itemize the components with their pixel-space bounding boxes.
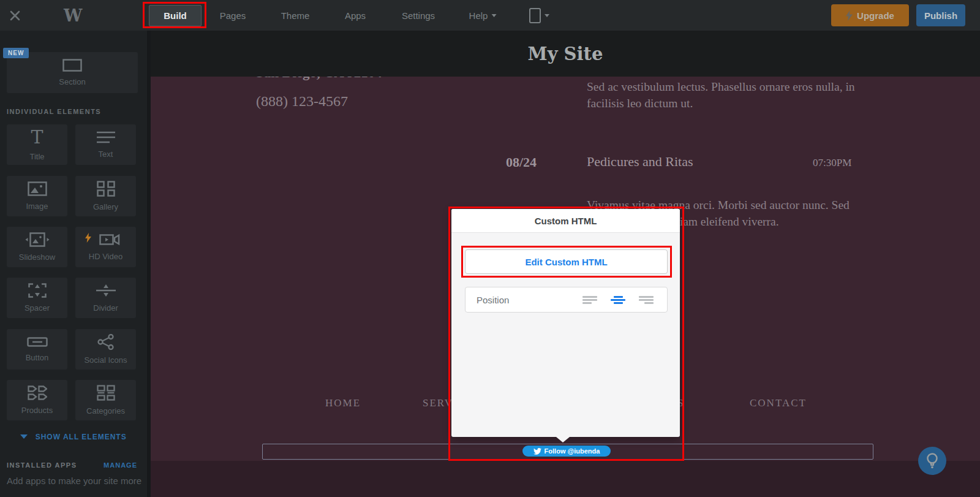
tab-settings[interactable]: Settings	[402, 0, 435, 31]
site-nav-contact[interactable]: CONTACT	[750, 397, 807, 409]
chevron-down-icon	[20, 434, 28, 439]
upgrade-button[interactable]: Upgrade	[831, 4, 909, 26]
lightbulb-icon	[925, 452, 940, 469]
element-slideshow[interactable]: Slideshow	[7, 227, 67, 267]
intro-line-2: facilisis leo dictum ut.	[587, 97, 693, 110]
categories-icon	[97, 385, 115, 401]
twitter-bird-icon	[533, 448, 541, 455]
elements-sidebar: NEW Section INDIVIDUAL ELEMENTS T Title …	[0, 31, 147, 497]
site-title: My Site	[528, 44, 603, 64]
twitter-follow-button[interactable]: Follow @iubenda	[522, 446, 611, 457]
close-editor-button[interactable]	[10, 0, 20, 31]
site-phone: (888) 123-4567	[256, 93, 348, 110]
tab-build[interactable]: Build	[149, 5, 202, 26]
custom-html-dialog: Custom HTML Edit Custom HTML Position	[451, 209, 680, 437]
manage-apps-link[interactable]: MANAGE	[104, 461, 137, 469]
dialog-title: Custom HTML	[451, 209, 680, 233]
apps-note: Add apps to make your site more	[7, 476, 141, 486]
slideshow-icon	[25, 232, 50, 247]
lightning-icon	[85, 233, 91, 243]
tab-theme[interactable]: Theme	[281, 0, 310, 31]
element-text[interactable]: Text	[75, 124, 136, 165]
tab-help[interactable]: Help	[469, 0, 497, 31]
title-icon: T	[31, 128, 43, 146]
tab-apps[interactable]: Apps	[345, 0, 366, 31]
position-control: Position	[465, 287, 668, 313]
image-icon	[28, 181, 47, 196]
chevron-down-icon	[491, 14, 496, 17]
twitter-follow-label: Follow @iubenda	[545, 447, 600, 455]
site-nav-home[interactable]: HOME	[325, 397, 361, 409]
edit-custom-html-button[interactable]: Edit Custom HTML	[465, 249, 668, 274]
event-time: 07:30PM	[813, 157, 851, 169]
button-icon	[27, 336, 48, 347]
close-icon	[10, 10, 20, 21]
products-icon	[28, 385, 47, 400]
weebly-logo[interactable]: W	[64, 0, 82, 31]
element-spacer[interactable]: Spacer	[7, 278, 67, 318]
device-preview-button[interactable]	[529, 0, 549, 31]
chevron-down-icon	[545, 14, 549, 17]
element-categories[interactable]: Categories	[75, 380, 136, 420]
element-social-icons[interactable]: Social Icons	[75, 329, 136, 370]
section-icon	[62, 59, 82, 72]
individual-elements-header: INDIVIDUAL ELEMENTS	[7, 108, 101, 115]
intro-line-1: Sed ac vestibulum lectus. Phasellus orna…	[587, 80, 855, 94]
dialog-pointer-caret	[556, 437, 570, 442]
hd-video-icon	[99, 233, 120, 246]
element-title[interactable]: T Title	[7, 124, 67, 165]
event-name: Pedicures and Ritas	[587, 154, 693, 170]
editor-toolbar: W Build Pages Theme Apps Settings Help U…	[0, 0, 980, 31]
align-center-button[interactable]	[611, 295, 625, 305]
align-right-button[interactable]	[639, 295, 654, 305]
canvas-footer-strip	[151, 461, 980, 497]
weebly-editor: San Diego, CA 92104 (888) 123-4567 Sed a…	[0, 0, 980, 497]
installed-apps-header: INSTALLED APPS	[7, 461, 77, 469]
text-icon	[96, 131, 116, 144]
body-line-2: diam eleifend viverra.	[674, 215, 779, 229]
position-label: Position	[477, 295, 582, 305]
show-all-elements-link[interactable]: SHOW ALL ELEMENTS	[0, 433, 147, 441]
element-products[interactable]: Products	[7, 380, 67, 420]
canvas-left-gap	[147, 31, 151, 497]
social-icons-icon	[97, 334, 115, 350]
gallery-icon	[97, 181, 115, 197]
publish-button[interactable]: Publish	[916, 4, 965, 26]
site-header: My Site	[151, 31, 980, 77]
help-bulb-button[interactable]	[918, 447, 946, 475]
new-badge: NEW	[3, 48, 29, 58]
tab-pages[interactable]: Pages	[220, 0, 246, 31]
element-hd-video[interactable]: HD Video	[75, 227, 136, 267]
divider-icon	[96, 283, 116, 298]
device-icon	[529, 8, 541, 23]
lightning-icon	[846, 10, 853, 21]
element-button[interactable]: Button	[7, 329, 67, 370]
element-image[interactable]: Image	[7, 176, 67, 216]
spacer-icon	[28, 283, 47, 298]
site-nav-services[interactable]: SERV	[423, 397, 453, 409]
event-date: 08/24	[506, 154, 537, 170]
element-section[interactable]: Section	[7, 52, 138, 93]
element-divider[interactable]: Divider	[75, 278, 136, 318]
element-gallery[interactable]: Gallery	[75, 176, 136, 216]
align-left-button[interactable]	[582, 295, 597, 305]
